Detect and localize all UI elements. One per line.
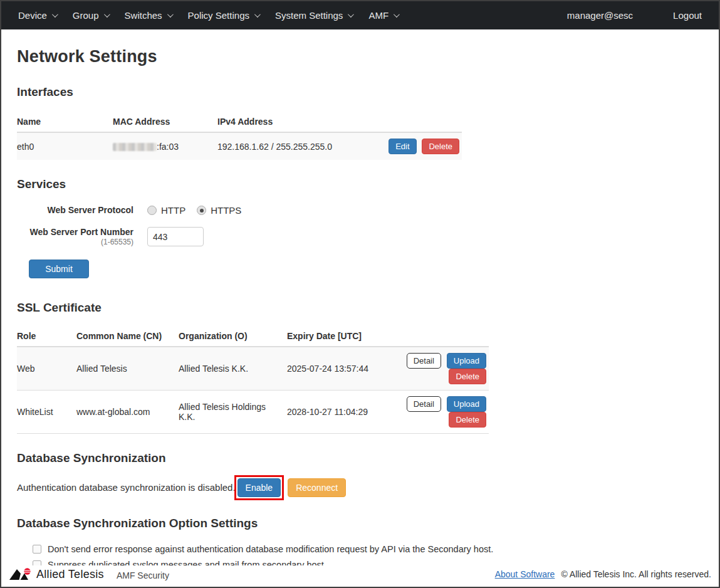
delete-button[interactable]: Delete — [449, 369, 486, 384]
top-navbar: Device Group Switches Policy Settings Sy… — [1, 1, 719, 29]
protocol-label: Web Server Protocol — [17, 205, 133, 215]
col-header-cn: Common Name (CN) — [76, 326, 179, 347]
col-header-ipv4: IPv4 Address — [217, 112, 383, 132]
interfaces-table: Name MAC Address IPv4 Address eth0 :fa:0… — [17, 112, 462, 160]
col-header-role: Role — [17, 326, 76, 347]
edit-button[interactable]: Edit — [389, 139, 416, 154]
ssl-role: WhiteList — [17, 390, 76, 433]
option-checkbox-row-api[interactable]: Don't send error response against authen… — [33, 544, 703, 554]
col-header-expiry: Expiry Date [UTC] — [287, 326, 393, 347]
logout-button[interactable]: Logout — [665, 10, 710, 21]
chevron-down-icon — [348, 11, 354, 18]
port-label-text: Web Server Port Number — [30, 227, 133, 237]
port-label: Web Server Port Number (1-65535) — [17, 227, 133, 247]
interfaces-heading: Interfaces — [17, 85, 703, 99]
services-heading: Services — [17, 177, 703, 191]
upload-button[interactable]: Upload — [447, 396, 486, 412]
nav-item-switches[interactable]: Switches — [117, 10, 180, 21]
nav-item-label: AMF — [368, 10, 389, 21]
dont-send-error-checkbox[interactable] — [33, 545, 41, 554]
nav-item-label: Device — [18, 10, 47, 21]
ssl-role: Web — [17, 347, 76, 391]
user-menu[interactable]: manager@sesc — [559, 10, 641, 21]
delete-button[interactable]: Delete — [449, 412, 486, 428]
allied-telesis-logo-icon — [9, 567, 31, 581]
nav-item-label: Policy Settings — [188, 10, 249, 21]
port-range-hint: (1-65535) — [17, 238, 133, 247]
product-name: AMF Security — [117, 570, 169, 580]
allied-telesis-logo: Allied Telesis AMF Security — [9, 567, 169, 581]
ssl-org: Allied Telesis Holdings K.K. — [179, 390, 287, 433]
ssl-row-whitelist: WhiteList www.at-global.com Allied Teles… — [17, 390, 489, 433]
ssl-heading: SSL Certificate — [17, 301, 703, 315]
db-sync-status-row: Authentication database synchronization … — [17, 475, 703, 500]
enable-button[interactable]: Enable — [237, 478, 281, 497]
copyright-text: © Allied Telesis Inc. All rights reserve… — [561, 569, 711, 579]
https-radio[interactable] — [197, 206, 206, 215]
reconnect-button[interactable]: Reconnect — [288, 478, 346, 497]
interface-ipv4: 192.168.1.62 / 255.255.255.0 — [217, 132, 383, 160]
interface-row-eth0: eth0 :fa:03 192.168.1.62 / 255.255.255.0… — [17, 132, 462, 160]
detail-button[interactable]: Detail — [407, 396, 441, 412]
port-form-row: Web Server Port Number (1-65535) — [17, 227, 703, 247]
main-content: Network Settings Interfaces Name MAC Add… — [1, 29, 719, 565]
nav-item-label: Group — [73, 10, 99, 21]
port-input[interactable] — [147, 227, 204, 246]
chevron-down-icon — [254, 11, 261, 18]
chevron-down-icon — [167, 11, 174, 18]
checkbox-label: Suppress duplicated syslog messages and … — [48, 560, 326, 565]
nav-item-label: System Settings — [275, 10, 343, 21]
page-title: Network Settings — [17, 47, 703, 66]
radio-label: HTTPS — [211, 205, 241, 216]
ssl-expiry: 2028-10-27 11:04:29 — [287, 390, 393, 433]
suppress-syslog-checkbox[interactable] — [33, 560, 41, 565]
ssl-expiry: 2025-07-24 13:57:44 — [287, 347, 393, 391]
col-header-org: Organization (O) — [179, 326, 287, 347]
ssl-row-web: Web Allied Telesis Allied Telesis K.K. 2… — [17, 347, 489, 391]
mac-visible-suffix: :fa:03 — [157, 142, 179, 152]
upload-button[interactable]: Upload — [447, 353, 486, 369]
brand-name: Allied Telesis — [36, 568, 104, 581]
nav-item-amf[interactable]: AMF — [360, 10, 406, 21]
protocol-form-row: Web Server Protocol HTTP HTTPS — [17, 205, 703, 216]
detail-button[interactable]: Detail — [407, 353, 441, 369]
protocol-radio-group: HTTP HTTPS — [147, 205, 241, 216]
table-header-row: Role Common Name (CN) Organization (O) E… — [17, 326, 489, 347]
services-submit-button[interactable]: Submit — [29, 260, 89, 278]
footer: Allied Telesis AMF Security About Softwa… — [1, 565, 719, 587]
app-window: Device Group Switches Policy Settings Sy… — [0, 0, 720, 588]
nav-item-label: Switches — [125, 10, 162, 21]
mac-redacted-block — [113, 143, 157, 151]
radio-option-http[interactable]: HTTP — [147, 205, 185, 216]
col-header-mac: MAC Address — [113, 112, 217, 132]
ssl-table: Role Common Name (CN) Organization (O) E… — [17, 326, 489, 434]
checkbox-label: Don't send error response against authen… — [48, 544, 493, 554]
option-checkbox-row-syslog[interactable]: Suppress duplicated syslog messages and … — [33, 560, 703, 565]
chevron-down-icon — [394, 11, 400, 18]
ssl-cn: www.at-global.com — [76, 390, 179, 433]
nav-item-group[interactable]: Group — [65, 10, 117, 21]
db-sync-options-heading: Database Synchronization Option Settings — [17, 517, 703, 530]
interface-mac: :fa:03 — [113, 132, 217, 160]
table-header-row: Name MAC Address IPv4 Address — [17, 112, 462, 132]
nav-item-device[interactable]: Device — [10, 10, 65, 21]
interface-name: eth0 — [17, 132, 113, 160]
delete-button[interactable]: Delete — [422, 139, 459, 154]
ssl-cn: Allied Telesis — [76, 347, 179, 391]
col-header-name: Name — [17, 112, 113, 132]
db-sync-status-text: Authentication database synchronization … — [17, 482, 236, 493]
chevron-down-icon — [104, 11, 110, 18]
http-radio[interactable] — [147, 206, 157, 215]
about-software-link[interactable]: About Software — [495, 569, 555, 579]
chevron-down-icon — [52, 11, 58, 18]
annotation-highlight: Enable — [234, 475, 284, 500]
ssl-org: Allied Telesis K.K. — [179, 347, 287, 391]
db-sync-heading: Database Synchronization — [17, 451, 703, 465]
nav-item-policy-settings[interactable]: Policy Settings — [180, 10, 267, 21]
radio-option-https[interactable]: HTTPS — [197, 205, 241, 216]
nav-item-system-settings[interactable]: System Settings — [267, 10, 360, 21]
radio-label: HTTP — [161, 205, 185, 216]
